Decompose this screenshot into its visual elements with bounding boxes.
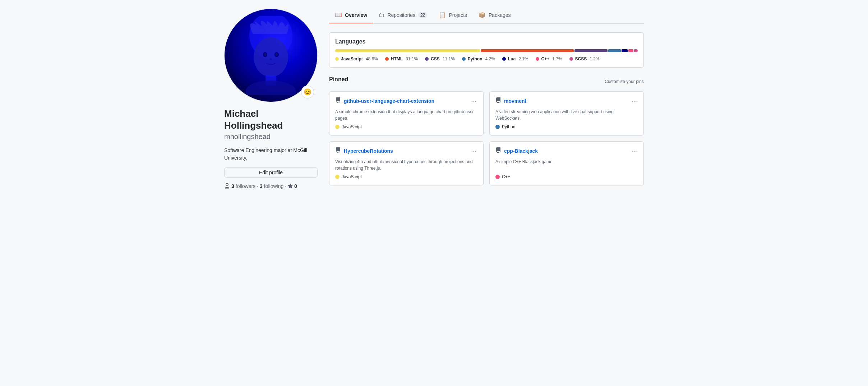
lang-legend-scss: SCSS 1.2% [569, 56, 600, 61]
pin-card-header: cpp-Blackjack ⋯ [495, 147, 638, 156]
pin-card-header: HypercubeRotations ⋯ [335, 147, 477, 156]
projects-icon: 📋 [439, 12, 446, 18]
pin-desc: A simple chrome extension that displays … [335, 109, 477, 121]
tab-projects[interactable]: 📋 Projects [433, 9, 473, 23]
pin-card-card1: github-user-language-chart-extension ⋯ A… [329, 91, 484, 135]
lang-dot-html [385, 57, 389, 61]
pin-lang: JavaScript [335, 124, 477, 129]
lang-name-lua: Lua [508, 56, 516, 61]
lang-dot-javascript [335, 57, 339, 61]
user-login: mhollingshead [224, 133, 318, 141]
repo-icon [495, 97, 501, 104]
language-bar [335, 49, 638, 52]
stats-row: 3 followers · 3 following · 0 [224, 183, 318, 189]
pin-menu-button[interactable]: ⋯ [470, 97, 477, 106]
pinned-grid: github-user-language-chart-extension ⋯ A… [329, 91, 644, 185]
pin-lang-dot [495, 175, 500, 179]
lang-pct-scss: 1.2% [590, 56, 599, 61]
lang-name-python: Python [468, 56, 483, 61]
avatar-wrapper: 😊 [224, 9, 318, 102]
stars-stat[interactable]: 0 [288, 183, 297, 189]
pin-lang-dot [335, 125, 340, 129]
pin-desc: A video streaming web application with l… [495, 109, 638, 121]
tab-overview[interactable]: 📖 Overview [329, 9, 373, 23]
pin-lang: JavaScript [335, 174, 477, 179]
pin-menu-button[interactable]: ⋯ [470, 147, 477, 156]
tab-packages[interactable]: 📦 Packages [473, 9, 516, 23]
pin-menu-button[interactable]: ⋯ [631, 97, 638, 106]
lang-legend-javascript: JavaScript 48.6% [335, 56, 378, 61]
pin-desc: Visualizing 4th and 5th-dimensional hype… [335, 158, 477, 171]
language-legend: JavaScript 48.6% HTML 31.1% CSS 11.1% Py… [335, 56, 638, 61]
pin-lang-dot [495, 125, 500, 129]
lang-pct-html: 31.1% [406, 56, 418, 61]
user-fullname: Michael Hollingshead [224, 108, 318, 131]
lang-dot-c++ [536, 57, 539, 61]
tab-projects-label: Projects [449, 12, 467, 18]
pin-card-card2: movment ⋯ A video streaming web applicat… [489, 91, 644, 135]
pin-lang-name: JavaScript [342, 124, 362, 129]
lang-pct-c++: 1.7% [552, 56, 562, 61]
pin-lang-dot [335, 175, 340, 179]
pin-desc: A simple C++ Blackjack game [495, 158, 638, 165]
repo-name[interactable]: HypercubeRotations [344, 148, 393, 154]
pin-lang: C++ [495, 174, 638, 179]
lang-name-c++: C++ [541, 56, 550, 61]
lang-name-javascript: JavaScript [341, 56, 363, 61]
customize-pins-button[interactable]: Customize your pins [605, 79, 644, 84]
pin-card-card4: cpp-Blackjack ⋯ A simple C++ Blackjack g… [489, 141, 644, 185]
lang-dot-python [462, 57, 466, 61]
repo-name[interactable]: github-user-language-chart-extension [344, 98, 434, 104]
languages-title: Languages [335, 38, 638, 45]
svg-point-5 [276, 53, 278, 56]
svg-point-7 [246, 81, 296, 95]
following-stat[interactable]: 3 following [260, 183, 283, 189]
pin-card-header: github-user-language-chart-extension ⋯ [335, 97, 477, 106]
separator-1: · [257, 183, 258, 189]
pinned-title: Pinned [329, 76, 348, 83]
repositories-badge: 22 [418, 12, 427, 18]
repo-name[interactable]: movment [504, 98, 526, 104]
tab-repositories-label: Repositories [387, 12, 415, 18]
lang-bar-c++ [628, 49, 633, 52]
lang-pct-javascript: 48.6% [366, 56, 378, 61]
followers-stat[interactable]: 3 followers [231, 183, 255, 189]
pin-card-title: cpp-Blackjack [495, 147, 538, 154]
repo-icon [335, 97, 341, 104]
lang-name-css: CSS [431, 56, 440, 61]
lang-name-html: HTML [391, 56, 403, 61]
lang-legend-python: Python 4.2% [462, 56, 495, 61]
edit-profile-button[interactable]: Edit profile [224, 167, 318, 178]
sidebar: 😊 Michael Hollingshead mhollingshead Sof… [224, 9, 318, 189]
repo-name[interactable]: cpp-Blackjack [504, 148, 538, 154]
followers-count: 3 [231, 183, 234, 189]
pinned-header: Pinned Customize your pins [329, 76, 644, 87]
pin-card-title: HypercubeRotations [335, 147, 393, 154]
lang-dot-css [425, 57, 429, 61]
tab-repositories[interactable]: 🗂 Repositories 22 [373, 9, 433, 23]
repo-icon [335, 147, 341, 154]
pinned-section: Pinned Customize your pins github-user-l… [329, 76, 644, 185]
pin-card-card3: HypercubeRotations ⋯ Visualizing 4th and… [329, 141, 484, 185]
pin-lang-name: Python [502, 124, 515, 129]
lang-bar-lua [622, 49, 628, 52]
pin-lang-name: C++ [502, 174, 510, 179]
pin-lang-name: JavaScript [342, 174, 362, 179]
followers-label: followers [236, 183, 255, 189]
repo-icon [495, 147, 501, 154]
lang-pct-lua: 2.1% [518, 56, 528, 61]
pin-menu-button[interactable]: ⋯ [631, 147, 638, 156]
user-bio: Software Engineering major at McGill Uni… [224, 147, 318, 162]
lang-legend-html: HTML 31.1% [385, 56, 418, 61]
lang-dot-scss [569, 57, 573, 61]
packages-icon: 📦 [479, 12, 486, 18]
lang-pct-css: 11.1% [443, 56, 455, 61]
lang-legend-lua: Lua 2.1% [502, 56, 528, 61]
stars-count: 0 [294, 183, 297, 189]
pin-card-title: github-user-language-chart-extension [335, 97, 434, 104]
repositories-icon: 🗂 [379, 12, 384, 18]
avatar-emoji-button[interactable]: 😊 [301, 86, 314, 98]
tab-packages-label: Packages [489, 12, 511, 18]
lang-pct-python: 4.2% [485, 56, 495, 61]
svg-point-4 [264, 53, 266, 56]
